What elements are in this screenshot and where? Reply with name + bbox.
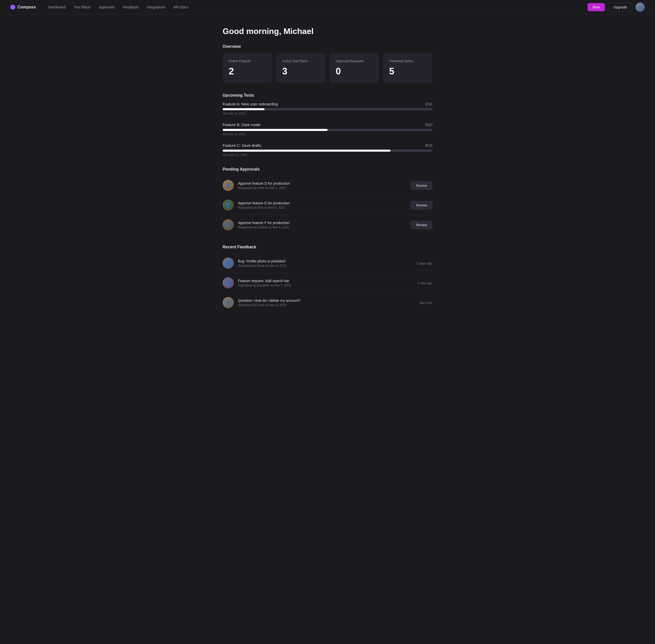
feedback-container: 👤 Bug: Profile photo is pixelated Submit… (223, 253, 432, 312)
new-button[interactable]: New (587, 3, 605, 11)
nav-actions: New Upgrade (587, 3, 645, 12)
feedback-item-0: 👤 Bug: Profile photo is pixelated Submit… (223, 253, 432, 273)
review-button-0[interactable]: Review (411, 181, 432, 190)
test-name-2: Feature C: Save drafts (223, 143, 261, 147)
feedback-sub-2: Submitted by Frank on Nov 8, 2022 (238, 303, 415, 307)
stat-label-3: Feedback Items (389, 59, 426, 63)
feedback-time-0: 2 days ago (416, 261, 432, 265)
nav-link-feedback[interactable]: Feedback (122, 5, 138, 9)
stat-label-2: Approval Requests (336, 59, 373, 63)
test-name-1: Feature B: Dark mode (223, 122, 261, 127)
upcoming-tests-section: Upcoming Tests Feature A: New user onboa… (223, 93, 432, 157)
recent-feedback-title: Recent Feedback (223, 245, 432, 249)
stat-value-0: 2 (229, 66, 266, 77)
recent-feedback-section: Recent Feedback 👤 Bug: Profile photo is … (223, 245, 432, 312)
feedback-time-2: Just now (419, 301, 432, 305)
approval-title-2: Approve feature F for production (238, 221, 407, 225)
user-avatar[interactable] (636, 3, 645, 12)
nav-link-integrations[interactable]: Integrations (146, 5, 165, 9)
approval-info-0: Approve feature D for production Request… (238, 181, 407, 190)
greeting: Good morning, Michael (223, 27, 432, 36)
feedback-avatar-2: 👤 (223, 297, 234, 308)
approval-avatar-0: 👤 (223, 180, 234, 191)
review-button-1[interactable]: Review (411, 201, 432, 209)
nav-link-dashboard[interactable]: Dashboard (48, 5, 66, 9)
stat-card-3: Feedback Items 5 (383, 53, 432, 83)
nav-link-test-plans[interactable]: Test Plans (74, 5, 91, 9)
feedback-info-2: Question: How do I delete my account? Su… (238, 298, 415, 307)
approval-info-2: Approve feature F for production Request… (238, 221, 407, 229)
approval-info-1: Approve feature E for production Request… (238, 201, 407, 209)
approval-title-0: Approve feature D for production (238, 181, 407, 185)
app-name: Compass (17, 5, 36, 9)
upcoming-tests-title: Upcoming Tests (223, 93, 432, 98)
stat-value-2: 0 (336, 66, 373, 77)
stat-value-1: 3 (282, 66, 319, 77)
approval-avatar-1: 👤 (223, 200, 234, 211)
feedback-item-2: 👤 Question: How do I delete my account? … (223, 293, 432, 312)
test-name-0: Feature A: New user onboarding (223, 102, 278, 106)
test-count-2: 8/10 (426, 143, 432, 147)
approval-avatar-2: 👤 (223, 219, 234, 230)
feedback-sub-0: Submitted by David on Nov 6, 2022 (238, 264, 412, 268)
pending-approvals-section: Pending Approvals 👤 Approve feature D fo… (223, 167, 432, 234)
feedback-item-1: 👤 Feature request: Add search bar Submit… (223, 273, 432, 293)
feedback-info-0: Bug: Profile photo is pixelated Submitte… (238, 259, 412, 268)
progress-bar-bg-2 (223, 150, 432, 152)
overview-title: Overview (223, 44, 432, 49)
stat-card-1: Active Test Plans 3 (276, 53, 325, 83)
test-item-1: Feature B: Dark mode 5/10 Due Nov 8, 202… (223, 122, 432, 136)
feedback-avatar-1: 👤 (223, 277, 234, 289)
pending-approvals-title: Pending Approvals (223, 167, 432, 171)
test-count-0: 2/10 (426, 102, 432, 106)
test-due-2: Due Nov 11, 2022 (223, 153, 432, 157)
approval-item-2: 👤 Approve feature F for production Reque… (223, 215, 432, 234)
navbar: Compass DashboardTest PlansApprovalsFeed… (0, 0, 655, 14)
main-content: Good morning, Michael Overview Active Pr… (212, 14, 443, 335)
upgrade-button[interactable]: Upgrade (608, 3, 632, 12)
app-logo[interactable]: Compass (10, 5, 36, 10)
feedback-title-2: Question: How do I delete my account? (238, 298, 415, 303)
approvals-container: 👤 Approve feature D for production Reque… (223, 176, 432, 234)
stat-label-1: Active Test Plans (282, 59, 319, 63)
stat-card-2: Approval Requests 0 (330, 53, 379, 83)
feedback-sub-1: Submitted by Elizabeth on Nov 7, 2022 (238, 284, 414, 287)
feedback-title-0: Bug: Profile photo is pixelated (238, 259, 412, 263)
approval-sub-0: Requested by Alice on Nov 1, 2022 (238, 186, 407, 190)
feedback-title-1: Feature request: Add search bar (238, 279, 414, 283)
approval-item-1: 👤 Approve feature E for production Reque… (223, 196, 432, 215)
nav-link-api-docs[interactable]: API Docs (174, 5, 188, 9)
tests-container: Feature A: New user onboarding 2/10 Due … (223, 102, 432, 157)
avatar-image (636, 3, 645, 12)
test-item-2: Feature C: Save drafts 8/10 Due Nov 11, … (223, 143, 432, 157)
stats-grid: Active Projects 2 Active Test Plans 3 Ap… (223, 53, 432, 83)
approval-sub-1: Requested by Bob on Nov 3, 2022 (238, 206, 407, 209)
feedback-time-1: 1 day ago (418, 281, 432, 285)
test-item-0: Feature A: New user onboarding 2/10 Due … (223, 102, 432, 115)
test-due-1: Due Nov 8, 2022 (223, 133, 432, 136)
stat-label-0: Active Projects (229, 59, 266, 63)
feedback-avatar-0: 👤 (223, 257, 234, 269)
stat-value-3: 5 (389, 66, 426, 77)
stat-card-0: Active Projects 2 (223, 53, 272, 83)
progress-bar-bg-1 (223, 129, 432, 131)
review-button-2[interactable]: Review (411, 221, 432, 229)
test-count-1: 5/10 (426, 123, 432, 127)
progress-bar-bg-0 (223, 108, 432, 110)
progress-bar-fill-2 (223, 150, 390, 152)
logo-icon (10, 5, 15, 10)
progress-bar-fill-0 (223, 108, 265, 110)
nav-links: DashboardTest PlansApprovalsFeedbackInte… (48, 5, 587, 9)
approval-item-0: 👤 Approve feature D for production Reque… (223, 176, 432, 196)
feedback-info-1: Feature request: Add search bar Submitte… (238, 279, 414, 287)
test-due-0: Due Nov 5, 2022 (223, 112, 432, 115)
approval-title-1: Approve feature E for production (238, 201, 407, 205)
nav-link-approvals[interactable]: Approvals (98, 5, 114, 9)
progress-bar-fill-1 (223, 129, 328, 131)
approval-sub-2: Requested by Charlie on Nov 5, 2022 (238, 226, 407, 229)
